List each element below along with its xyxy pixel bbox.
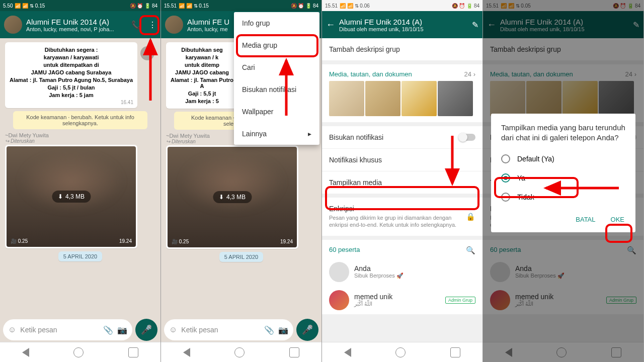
- status-bar: 15.51📶 📶 ⇅ 0.15 🔕 ⏰ 🔋 84: [161, 0, 321, 11]
- date-pill: 5 APRIL 2020: [58, 251, 102, 261]
- search-icon[interactable]: 🔍: [466, 246, 475, 255]
- screen-1-chat: 5.50📶 📶 ⇅ 0.15 🔕 ⏰ 🔋 84 Alumni FE Unik 2…: [0, 0, 161, 362]
- avatar: [329, 262, 349, 282]
- video-message[interactable]: ⬇ 4,3 MB 🎥 0.2519.24: [5, 145, 137, 248]
- camera-icon[interactable]: 📷: [117, 325, 127, 335]
- cancel-button[interactable]: BATAL: [571, 212, 600, 227]
- info-header: ← Alumni FE Unik 2014 (A) Dibuat oleh me…: [322, 11, 482, 38]
- screen-2-menu: 15.51📶 📶 ⇅ 0.15 🔕 ⏰ 🔋 84 Alumni FE U Ant…: [161, 0, 322, 362]
- menu-bisukan[interactable]: Bisukan notifikasi: [234, 78, 319, 101]
- back-icon[interactable]: ←: [326, 20, 335, 30]
- overflow-menu: Info grup Media grup Cari Bisukan notifi…: [234, 12, 319, 145]
- participant-memed[interactable]: memed unikاللّهُ أَكْبَر Admin Grup: [322, 286, 482, 314]
- info-body[interactable]: Tambah deskripsi grup Media, tautan, dan…: [322, 38, 482, 362]
- message-input[interactable]: ☺ Ketik pesan 📎 📷: [3, 319, 132, 340]
- menu-cari[interactable]: Cari: [234, 56, 319, 78]
- mic-button[interactable]: 🎤: [135, 319, 157, 341]
- option-default[interactable]: Default (Ya): [491, 149, 635, 168]
- screen-4-dialog: 15.51📶 📶 ⇅ 0.05 🔕 ⏰ 🔋 84 ← Alumni FE Uni…: [483, 0, 644, 362]
- mute-toggle[interactable]: [459, 134, 475, 141]
- menu-info-grup[interactable]: Info grup: [234, 12, 319, 34]
- forwarded-label: ↪ Diteruskan: [5, 138, 157, 144]
- menu-lainnya[interactable]: Lainnya▸: [234, 123, 319, 145]
- admin-badge: Admin Grup: [445, 297, 475, 304]
- group-members: Anton, lucky, memed, novi, P joha...: [26, 26, 127, 32]
- input-bar: ☺ Ketik pesan 📎 📷 🎤: [0, 318, 160, 342]
- status-bar: 5.50📶 📶 ⇅ 0.15 🔕 ⏰ 🔋 84: [0, 0, 160, 11]
- encryption-row[interactable]: EnkripsiPesan yang dikirim ke grup ini d…: [322, 198, 482, 236]
- edit-icon[interactable]: ✎: [472, 20, 478, 30]
- media-visibility-dialog: Tampilkan media yang baru terunduh dari …: [491, 114, 635, 232]
- media-section-header[interactable]: Media, tautan, dan dokumen24 ›: [322, 64, 482, 81]
- mic-button[interactable]: 🎤: [296, 319, 318, 341]
- group-title: Alumni FE Unik 2014 (A): [26, 18, 127, 26]
- message-input[interactable]: ☺Ketik pesan📎📷: [164, 319, 293, 340]
- option-yes[interactable]: Ya: [491, 168, 635, 188]
- more-icon[interactable]: ⋮: [148, 20, 156, 30]
- security-notice[interactable]: Kode keamanan · berubah. Ketuk untuk inf…: [13, 111, 147, 129]
- emoji-icon[interactable]: ☺: [8, 325, 16, 334]
- ok-button[interactable]: OKE: [606, 212, 629, 227]
- dialog-title: Tampilkan media yang baru terunduh dari …: [491, 123, 635, 149]
- nav-bar: [0, 342, 160, 362]
- forward-icon[interactable]: ➦: [140, 46, 154, 60]
- mute-row[interactable]: Bisukan notifikasi: [322, 126, 482, 149]
- screen-3-info: 15.51📶 📶 ⇅ 0.06 🔕 ⏰ 🔋 84 ← Alumni FE Uni…: [322, 0, 483, 362]
- message-in[interactable]: Dibutuhkan segera : karyawan / karyawati…: [5, 42, 137, 108]
- menu-media-grup[interactable]: Media grup: [234, 34, 319, 56]
- avatar: [329, 290, 349, 310]
- media-thumbnails[interactable]: [322, 81, 482, 122]
- option-no[interactable]: Tidak: [491, 188, 635, 207]
- lock-icon: 🔒: [466, 212, 475, 221]
- show-media-row[interactable]: Tampilkan media: [322, 171, 482, 194]
- menu-wallpaper[interactable]: Wallpaper: [234, 101, 319, 123]
- add-description[interactable]: Tambah deskripsi grup: [322, 38, 482, 60]
- group-avatar[interactable]: [165, 16, 183, 34]
- chat-header[interactable]: Alumni FE Unik 2014 (A) Anton, lucky, me…: [0, 11, 160, 38]
- download-button[interactable]: ⬇ 4,3 MB: [52, 191, 91, 203]
- group-avatar[interactable]: [4, 16, 22, 34]
- call-icon[interactable]: 📞: [131, 20, 141, 30]
- attach-icon[interactable]: 📎: [103, 325, 113, 335]
- sender-name: ~Dwi Mety Yuwita: [5, 132, 155, 138]
- status-bar: 15.51📶 📶 ⇅ 0.06 🔕 ⏰ 🔋 84: [322, 0, 482, 11]
- video-message[interactable]: ⬇ 4,3 MB 🎥 0.2519.24: [166, 145, 298, 249]
- participants-header: 60 peserta🔍: [322, 240, 482, 258]
- message-in[interactable]: Dibutuhkan seg karyawan / k untuk ditemp…: [166, 42, 238, 109]
- participant-you[interactable]: AndaSibuk Berproses 🚀: [322, 258, 482, 286]
- chat-body[interactable]: Dibutuhkan segera : karyawan / karyawati…: [0, 38, 160, 320]
- custom-notif-row[interactable]: Notifikasi khusus: [322, 149, 482, 171]
